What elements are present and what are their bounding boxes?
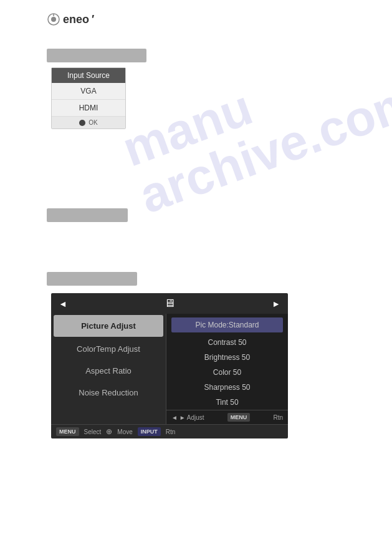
gray-bar-2 — [47, 208, 128, 222]
logo-area: eneo ′ — [47, 12, 94, 26]
osd-right-panel: Pic Mode:Standard Contrast 50 Brightness… — [166, 314, 288, 424]
osd-right-bottom: ◄ ► Adjust MENU Rtn — [166, 410, 288, 424]
logo: eneo ′ — [47, 12, 94, 26]
osd-nav-monitor-icon: 🖥 — [164, 297, 175, 310]
osd-right-item-sharpness: Sharpness 50 — [166, 380, 288, 395]
input-source-footer: OK — [52, 117, 125, 128]
input-tag[interactable]: INPUT — [138, 427, 161, 436]
osd-menu-item-noise-reduction[interactable]: Noise Reduction — [51, 382, 166, 404]
select-label: Select — [84, 429, 102, 435]
move-icon: ⊕ — [106, 427, 112, 436]
osd-menu-item-picture-adjust[interactable]: Picture Adjust — [54, 315, 163, 337]
menu-tag[interactable]: MENU — [56, 427, 79, 436]
osd-right-item-brightness: Brightness 50 — [166, 350, 288, 365]
logo-apostrophe: ′ — [92, 13, 94, 26]
gray-bar-1 — [47, 49, 146, 62]
osd-left-menu: Picture Adjust ColorTemp Adjust Aspect R… — [51, 314, 166, 424]
eneo-logo-icon — [47, 12, 60, 26]
osd-nav-right-arrow[interactable]: ► — [272, 299, 280, 309]
logo-text: eneo — [63, 13, 89, 26]
ok-circle-icon — [79, 120, 85, 126]
input-source-vga[interactable]: VGA — [52, 83, 125, 100]
osd-nav-left-arrow[interactable]: ◄ — [59, 299, 67, 309]
watermark: manuarchive.com — [117, 28, 392, 221]
osd-menu-item-aspect-ratio[interactable]: Aspect Ratio — [51, 360, 166, 382]
rtn-label: Rtn — [166, 429, 176, 435]
osd-menu-item-colortemp-adjust[interactable]: ColorTemp Adjust — [51, 338, 166, 360]
input-source-dialog: Input Source VGA HDMI OK — [51, 67, 126, 129]
input-source-title: Input Source — [52, 68, 125, 83]
osd-adjust-arrows[interactable]: ◄ ► Adjust — [171, 414, 204, 421]
osd-bottom-left: MENU Select ⊕ Move INPUT Rtn — [56, 427, 175, 436]
ok-label: OK — [88, 119, 97, 126]
osd-right-rtn-label: Rtn — [273, 414, 283, 421]
input-source-hdmi[interactable]: HDMI — [52, 100, 125, 117]
osd-nav: ◄ 🖥 ► — [51, 293, 288, 314]
osd-container: ◄ 🖥 ► Picture Adjust ColorTemp Adjust As… — [51, 293, 288, 438]
osd-body: Picture Adjust ColorTemp Adjust Aspect R… — [51, 314, 288, 424]
svg-point-1 — [51, 17, 56, 22]
gray-bar-3 — [47, 272, 137, 286]
move-label: Move — [117, 429, 132, 435]
osd-right-menu-tag: MENU — [227, 413, 251, 422]
osd-right-item-contrast: Contrast 50 — [166, 335, 288, 350]
osd-right-header: Pic Mode:Standard — [171, 317, 283, 332]
osd-bottom-bar: MENU Select ⊕ Move INPUT Rtn — [51, 424, 288, 438]
osd-right-item-tint: Tint 50 — [166, 395, 288, 410]
osd-right-item-color: Color 50 — [166, 365, 288, 380]
